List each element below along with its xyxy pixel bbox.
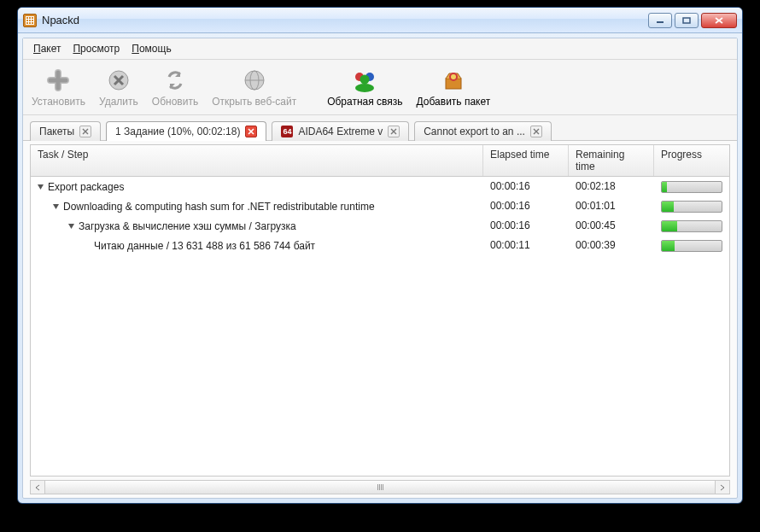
menu-view[interactable]: Просмотр bbox=[67, 41, 125, 56]
table-row[interactable]: Загрузка & вычисление хэш суммы / Загруз… bbox=[31, 216, 729, 236]
app-window: Npackd ППакетакет Просмотр Помощь Устано… bbox=[17, 7, 743, 504]
task-cell: Читаю данные / 13 631 488 из 61 586 744 … bbox=[31, 238, 483, 253]
menu-help[interactable]: Помощь bbox=[126, 41, 176, 56]
progress-cell bbox=[654, 199, 729, 213]
tree-expand-icon[interactable] bbox=[51, 202, 60, 211]
install-button[interactable]: Установить bbox=[25, 63, 92, 111]
tab-aida64[interactable]: 64 AIDA64 Extreme v bbox=[272, 121, 409, 141]
delete-button[interactable]: Удалить bbox=[92, 63, 145, 111]
remaining-cell: 00:00:39 bbox=[569, 238, 654, 253]
app-icon bbox=[23, 14, 37, 27]
tree-expand-icon[interactable] bbox=[67, 222, 75, 231]
progress-cell bbox=[654, 179, 729, 194]
tab-task[interactable]: 1 Задание (10%, 00:02:18) bbox=[106, 121, 266, 141]
horizontal-scrollbar[interactable] bbox=[30, 480, 730, 494]
aida64-icon: 64 bbox=[281, 126, 293, 137]
tree-expand-icon[interactable] bbox=[36, 183, 44, 191]
col-task[interactable]: Task / Step bbox=[31, 145, 483, 176]
progress-cell bbox=[654, 238, 729, 253]
table-row[interactable]: Downloading & computing hash sum for .NE… bbox=[31, 196, 729, 216]
titlebar[interactable]: Npackd bbox=[18, 8, 742, 33]
elapsed-cell: 00:00:16 bbox=[483, 179, 569, 194]
progress-bar bbox=[661, 240, 722, 252]
svg-point-11 bbox=[355, 84, 374, 92]
progress-bar bbox=[661, 181, 722, 193]
remaining-cell: 00:00:45 bbox=[569, 219, 654, 233]
tab-close-icon[interactable] bbox=[388, 126, 400, 137]
box-icon bbox=[440, 67, 467, 94]
scroll-left-icon[interactable] bbox=[31, 481, 45, 494]
table-header: Task / Step Elapsed time Remaining time … bbox=[31, 145, 729, 177]
col-progress[interactable]: Progress bbox=[654, 145, 729, 176]
scroll-right-icon[interactable] bbox=[715, 481, 729, 494]
client-area: ППакетакет Просмотр Помощь Установить Уд… bbox=[22, 38, 738, 499]
minimize-button[interactable] bbox=[648, 13, 672, 28]
window-title: Npackd bbox=[42, 14, 79, 26]
feedback-button[interactable]: Обратная связь bbox=[320, 63, 409, 111]
menu-packet[interactable]: ППакетакет bbox=[28, 41, 66, 56]
col-remaining[interactable]: Remaining time bbox=[569, 145, 654, 176]
progress-cell bbox=[654, 219, 729, 233]
open-website-button[interactable]: Открыть веб-сайт bbox=[205, 63, 303, 111]
elapsed-cell: 00:00:11 bbox=[483, 238, 569, 253]
tabstrip: Пакеты 1 Задание (10%, 00:02:18) 64 AIDA… bbox=[23, 115, 737, 141]
table-body: Export packages00:00:1600:02:18Downloadi… bbox=[31, 177, 729, 476]
task-label: Export packages bbox=[48, 181, 124, 193]
x-circle-icon bbox=[105, 67, 132, 94]
progress-bar bbox=[661, 201, 722, 213]
scroll-thumb[interactable] bbox=[45, 481, 715, 494]
task-label: Downloading & computing hash sum for .NE… bbox=[63, 201, 375, 213]
plus-icon bbox=[44, 67, 72, 94]
task-cell: Export packages bbox=[31, 179, 483, 194]
close-button[interactable] bbox=[701, 13, 737, 28]
task-cell: Downloading & computing hash sum for .NE… bbox=[31, 199, 483, 213]
tab-cannot-export[interactable]: Cannot export to an ... bbox=[414, 121, 552, 141]
remaining-cell: 00:01:01 bbox=[569, 199, 654, 213]
progress-bar bbox=[661, 220, 722, 232]
maximize-button[interactable] bbox=[675, 13, 699, 28]
globe-icon bbox=[241, 67, 268, 94]
toolbar: Установить Удалить Обновить Открыть веб-… bbox=[23, 60, 737, 115]
table-row[interactable]: Читаю данные / 13 631 488 из 61 586 744 … bbox=[31, 236, 729, 255]
update-button[interactable]: Обновить bbox=[145, 63, 205, 111]
task-label: Загрузка & вычисление хэш суммы / Загруз… bbox=[79, 220, 296, 232]
add-package-button[interactable]: Добавить пакет bbox=[410, 63, 498, 111]
svg-point-14 bbox=[451, 74, 456, 79]
tab-close-icon[interactable] bbox=[245, 126, 257, 137]
table-row[interactable]: Export packages00:00:1600:02:18 bbox=[31, 177, 729, 196]
svg-rect-1 bbox=[683, 18, 690, 23]
task-label: Читаю данные / 13 631 488 из 61 586 744 … bbox=[94, 240, 315, 252]
people-icon bbox=[351, 67, 378, 94]
menubar: ППакетакет Просмотр Помощь bbox=[23, 38, 737, 60]
elapsed-cell: 00:00:16 bbox=[483, 199, 569, 213]
refresh-icon bbox=[161, 67, 189, 94]
remaining-cell: 00:02:18 bbox=[569, 179, 654, 194]
task-cell: Загрузка & вычисление хэш суммы / Загруз… bbox=[31, 219, 483, 233]
tab-close-icon[interactable] bbox=[530, 126, 542, 137]
svg-point-10 bbox=[360, 75, 370, 85]
tab-close-icon[interactable] bbox=[79, 126, 91, 137]
task-table: Task / Step Elapsed time Remaining time … bbox=[30, 144, 730, 476]
tab-packages[interactable]: Пакеты bbox=[30, 121, 101, 141]
col-elapsed[interactable]: Elapsed time bbox=[483, 145, 569, 176]
elapsed-cell: 00:00:16 bbox=[483, 219, 569, 233]
